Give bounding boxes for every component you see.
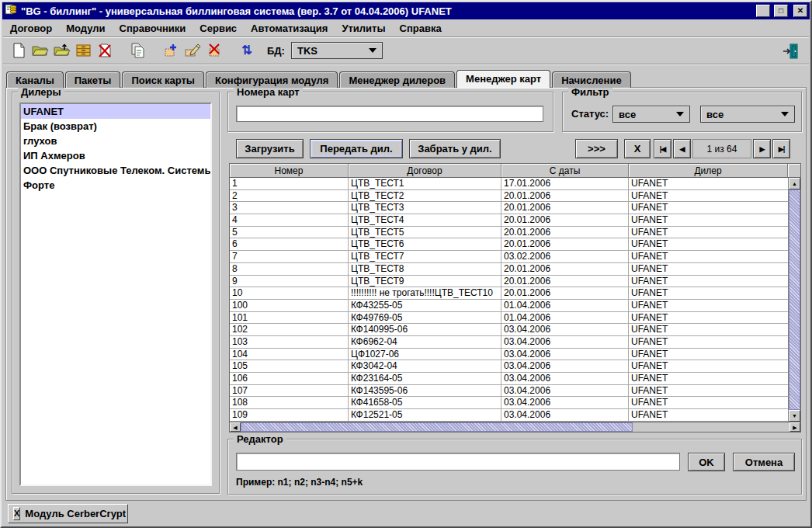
module-tab[interactable]: Менеджер дилеров bbox=[339, 71, 455, 88]
ok-button[interactable]: OK bbox=[688, 453, 725, 471]
filter-extra-select[interactable]: все bbox=[700, 106, 795, 123]
give-dealer-button[interactable]: Передать дил. bbox=[310, 139, 403, 158]
new-document-icon[interactable] bbox=[9, 41, 28, 60]
menu-item[interactable]: Справка bbox=[393, 21, 449, 36]
table-row[interactable]: 8 ЦТВ_ТЕСТ8 20.01.2006 UFANET bbox=[230, 263, 800, 276]
copy-document-icon[interactable] bbox=[129, 41, 147, 60]
table-row[interactable]: 1 ЦТВ_ТЕСТ1 17.01.2006 UFANET bbox=[230, 178, 800, 190]
dealer-list-item[interactable]: Брак (возврат) bbox=[21, 119, 210, 134]
status-select[interactable]: все bbox=[612, 106, 690, 123]
remove-card-icon[interactable] bbox=[205, 41, 224, 60]
table-row[interactable]: 108 КФ41658-05 03.04.2006 UFANET bbox=[230, 397, 800, 409]
table-row[interactable]: 2 ЦТВ_ТЕСТ2 20.01.2006 UFANET bbox=[230, 190, 800, 203]
cancel-button[interactable]: Отмена bbox=[733, 453, 795, 471]
vertical-scrollbar[interactable]: ▲ ▼ bbox=[788, 178, 800, 422]
open-folder-icon[interactable] bbox=[31, 41, 50, 60]
editor-input[interactable] bbox=[236, 453, 680, 471]
column-header-date[interactable]: С даты bbox=[501, 164, 629, 178]
table-row[interactable]: 109 КФ12521-05 03.04.2006 UFANET bbox=[230, 409, 800, 422]
dealer-list-item[interactable]: Форте bbox=[21, 178, 210, 193]
exit-icon[interactable] bbox=[781, 41, 801, 61]
menu-item[interactable]: Модули bbox=[59, 21, 112, 36]
title-bar: "BG - биллинг" - универсальная биллингов… bbox=[2, 2, 810, 19]
take-dealer-button[interactable]: Забрать у дил. bbox=[409, 139, 501, 158]
table-header: Номер Договор С даты Дилер bbox=[230, 164, 800, 178]
menu-item[interactable]: Справочники bbox=[113, 21, 193, 36]
dealers-groupbox: Дилеры UFANETБрак (возврат)глуховИП Ахме… bbox=[12, 92, 220, 494]
close-module-icon[interactable]: X bbox=[13, 507, 20, 520]
column-header-number[interactable]: Номер bbox=[230, 164, 349, 178]
nav-first-button[interactable]: |◀ bbox=[654, 139, 671, 158]
more-button[interactable]: >>> bbox=[575, 139, 618, 158]
scroll-left-icon[interactable]: ◀ bbox=[230, 422, 241, 432]
menu-item[interactable]: Автоматизация bbox=[244, 21, 335, 36]
db-select[interactable]: TKS bbox=[291, 42, 383, 59]
dropdown-arrow-icon bbox=[676, 112, 684, 116]
scroll-down-icon[interactable]: ▼ bbox=[789, 410, 800, 422]
table-row[interactable]: 103 КФ6962-04 03.04.2006 UFANET bbox=[230, 336, 800, 349]
status-label: Статус: bbox=[571, 108, 609, 120]
edit-card-icon[interactable] bbox=[183, 41, 202, 60]
bottom-module-tab[interactable]: X Модуль CerberCrypt bbox=[8, 504, 128, 523]
menu-item[interactable]: Утилиты bbox=[335, 21, 392, 36]
dealers-list[interactable]: UFANETБрак (возврат)глуховИП АхмеровООО … bbox=[19, 102, 212, 486]
table-row[interactable]: 9 ЦТВ_ТЕСТ9 20.01.2006 UFANET bbox=[230, 276, 800, 288]
load-button[interactable]: Загрузить bbox=[236, 139, 304, 158]
module-tab[interactable]: Конфигурация модуля bbox=[206, 71, 338, 88]
dealer-list-item[interactable]: глухов bbox=[21, 134, 210, 148]
maximize-button[interactable]: □ bbox=[774, 5, 788, 17]
export-folder-icon[interactable] bbox=[53, 41, 71, 60]
scroll-up-icon[interactable]: ▲ bbox=[789, 178, 800, 189]
scroll-right-icon[interactable]: ▶ bbox=[789, 422, 800, 432]
module-tab[interactable]: Менеджер карт bbox=[456, 70, 550, 88]
minimize-button[interactable]: _ bbox=[756, 5, 770, 17]
table-row[interactable]: 104 ЦФ1027-06 03.04.2006 UFANET bbox=[230, 349, 800, 361]
table-row[interactable]: 4 ЦТВ_ТЕСТ4 20.01.2006 UFANET bbox=[230, 214, 800, 227]
menu-item[interactable]: Сервис bbox=[193, 21, 244, 36]
dealer-list-item[interactable]: ООО Спутниковые Телеком. Системы bbox=[21, 163, 210, 178]
module-tab[interactable]: Пакеты bbox=[65, 71, 121, 88]
card-archive-icon[interactable] bbox=[75, 41, 93, 60]
table-row[interactable]: 101 КФ49769-05 01.04.2006 UFANET bbox=[230, 312, 800, 325]
card-numbers-input[interactable] bbox=[236, 106, 543, 122]
menu-item[interactable]: Договор bbox=[3, 21, 59, 36]
horizontal-scroll-thumb[interactable] bbox=[241, 422, 633, 432]
table-row[interactable]: 105 КФ3042-04 03.04.2006 UFANET bbox=[230, 360, 800, 373]
header-corner bbox=[788, 164, 800, 178]
module-tab[interactable]: Начисление bbox=[552, 71, 630, 88]
refresh-icon[interactable]: ⇅ bbox=[238, 41, 256, 60]
table-row[interactable]: 100 КФ43255-05 01.04.2006 UFANET bbox=[230, 300, 800, 312]
table-row[interactable]: 6 ЦТВ_ТЕСТ6 20.01.2006 UFANET bbox=[230, 238, 800, 251]
nav-next-button[interactable]: ▶ bbox=[753, 139, 771, 158]
table-row[interactable]: 10 !!!!!!!!!! не трогать!!!!ЦТВ_ТЕСТ10 2… bbox=[230, 287, 800, 300]
close-button[interactable]: ✕ bbox=[793, 5, 807, 17]
table-row[interactable]: 3 ЦТВ_ТЕСТ3 20.01.2006 UFANET bbox=[230, 202, 800, 214]
filter-groupbox: Фильтр Статус: все все bbox=[562, 92, 802, 132]
table-row[interactable]: 102 КФ140995-06 03.04.2006 UFANET bbox=[230, 324, 800, 336]
nav-prev-button[interactable]: ◀ bbox=[673, 139, 691, 158]
vertical-scroll-thumb[interactable] bbox=[789, 189, 800, 410]
table-row[interactable]: 107 КФ143595-06 03.04.2006 UFANET bbox=[230, 385, 800, 398]
card-manager-panel: Дилеры UFANETБрак (возврат)глуховИП Ахме… bbox=[5, 87, 807, 501]
table-row[interactable]: 106 КФ23164-05 03.04.2006 UFANET bbox=[230, 373, 800, 385]
table-row[interactable]: 5 ЦТВ_ТЕСТ5 20.01.2006 UFANET bbox=[230, 227, 800, 239]
column-header-contract[interactable]: Договор bbox=[349, 164, 501, 178]
clear-button[interactable]: X bbox=[624, 139, 651, 158]
table-row[interactable]: 7 ЦТВ_ТЕСТ7 03.02.2006 UFANET bbox=[230, 251, 800, 263]
dealer-list-item[interactable]: ИП Ахмеров bbox=[21, 148, 210, 163]
tab-strip: КаналыПакетыПоиск картыКонфигурация моду… bbox=[6, 70, 633, 88]
dealer-list-item[interactable]: UFANET bbox=[21, 104, 210, 119]
delete-document-icon[interactable] bbox=[96, 41, 115, 60]
app-icon bbox=[5, 3, 17, 19]
column-header-dealer[interactable]: Дилер bbox=[629, 164, 788, 178]
module-tab[interactable]: Каналы bbox=[6, 71, 64, 88]
card-numbers-groupbox: Номера карт bbox=[227, 92, 553, 132]
horizontal-scrollbar[interactable]: ◀ ▶ bbox=[230, 422, 800, 432]
nav-last-button[interactable]: ▶| bbox=[772, 139, 790, 158]
horizontal-scroll-track[interactable] bbox=[633, 422, 789, 432]
module-tab[interactable]: Поиск карты bbox=[122, 71, 204, 88]
filter-extra-value: все bbox=[706, 109, 724, 120]
add-card-icon[interactable] bbox=[161, 41, 180, 60]
editor-groupbox: Редактор OK Отмена Пример: n1; n2; n3-n4… bbox=[227, 439, 802, 495]
window-title: "BG - биллинг" - универсальная биллингов… bbox=[21, 5, 752, 17]
